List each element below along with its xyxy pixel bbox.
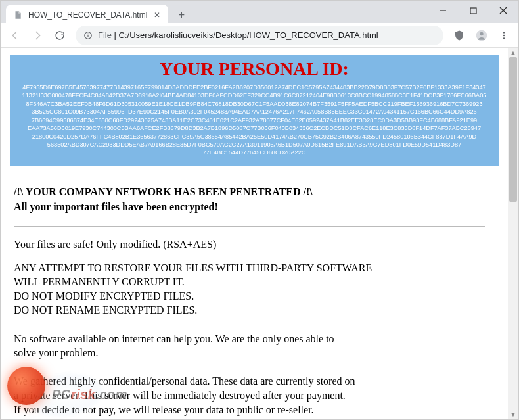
svg-point-8 — [480, 32, 483, 35]
svg-rect-1 — [470, 8, 476, 14]
id-line: 11321I33C080478FFCF4C84A842D37A7D8916A2I… — [22, 92, 487, 99]
warning-block: ANY ATTEMPT TO RESTORE YOUR FILES WITH T… — [14, 261, 485, 317]
close-tab-icon[interactable]: ✕ — [152, 11, 162, 20]
back-button[interactable] — [5, 25, 26, 46]
browser-window: HOW_TO_RECOVER_DATA.html ✕ + File | C:/U… — [0, 0, 519, 420]
gathered-block: We gathered highly confidential/personal… — [14, 374, 485, 419]
nosw-line: No software available on internet can he… — [14, 332, 485, 346]
headline: /!\ YOUR COMPANY NETWORK HAS BEEN PENETR… — [14, 185, 485, 199]
personal-id-value: 4F7955D6E697B5E45763977477B14397165F7990… — [16, 83, 492, 157]
id-line: 8F346A7C3BA52EEF0B48F6D61D305310059E1E18… — [26, 101, 482, 107]
subheadline: All your important files have been encry… — [14, 200, 485, 214]
vertical-scrollbar[interactable]: ▲ ▼ — [508, 48, 518, 419]
id-line: 77E4BC1544D77645CD68CD20A22C — [203, 149, 306, 156]
menu-icon[interactable] — [493, 25, 514, 46]
tab-title: HOW_TO_RECOVER_DATA.html — [28, 11, 147, 20]
warn-line: DO NOT MODIFY ENCRYPTED FILES. — [14, 289, 485, 304]
site-info-icon[interactable] — [83, 31, 93, 40]
close-window-button[interactable] — [488, 1, 518, 20]
svg-point-11 — [503, 37, 505, 39]
safe-line: Your files are safe! Only modified. (RSA… — [14, 237, 485, 252]
file-icon — [12, 10, 23, 20]
svg-point-9 — [503, 32, 505, 34]
scroll-down-arrow[interactable]: ▼ — [508, 410, 518, 419]
page-viewport: YOUR PERSONAL ID: 4F7955D6E697B5E4576397… — [1, 48, 508, 419]
address-bar[interactable]: File | C:/Users/karolisliucveikis/Deskto… — [76, 26, 443, 45]
forward-button[interactable] — [27, 25, 48, 46]
titlebar: HOW_TO_RECOVER_DATA.html ✕ + — [1, 1, 518, 23]
warn-line: ANY ATTEMPT TO RESTORE YOUR FILES WITH T… — [14, 261, 485, 275]
warn-line: DO NOT RENAME ENCRYPTED FILES. — [14, 303, 485, 317]
nosoftware-block: No software available on internet can he… — [14, 332, 485, 360]
id-line: 563502ABD307CAC2933DDD5EAB7A9166B28E35D7… — [47, 141, 461, 148]
nosw-line: solve your problem. — [14, 346, 485, 360]
url-text: File | C:/Users/karolisliucveikis/Deskto… — [98, 30, 436, 40]
scrollbar-thumb[interactable] — [509, 57, 517, 202]
id-line: 3B525CC801C09B73304AF55996FD37E90C2145F0… — [32, 108, 476, 115]
toolbar: File | C:/Users/karolisliucveikis/Deskto… — [1, 23, 518, 48]
reload-button[interactable] — [49, 25, 70, 46]
divider — [14, 226, 485, 227]
minimize-button[interactable] — [428, 1, 458, 20]
gath-line: a private server. This server will be im… — [14, 388, 485, 403]
id-line: 7B6694C99586874E34E658C60FD29243075A743B… — [32, 117, 477, 124]
ransom-body: /!\ YOUR COMPANY NETWORK HAS BEEN PENETR… — [10, 166, 499, 419]
personal-id-heading: YOUR PERSONAL ID: — [16, 58, 492, 80]
new-tab-button[interactable]: + — [172, 6, 191, 24]
maximize-button[interactable] — [458, 1, 488, 20]
warn-line: WILL PERMANENTLY CORRUPT IT. — [14, 275, 485, 289]
gath-line: If you decide to not pay, we will releas… — [14, 403, 485, 417]
svg-point-10 — [503, 34, 505, 36]
id-line: EAA73A56D3019E7930C744300C5BAA6AFCE2FB86… — [28, 125, 481, 131]
window-controls — [428, 1, 518, 20]
gath-line: We gathered highly confidential/personal… — [14, 374, 485, 388]
browser-tab[interactable]: HOW_TO_RECOVER_DATA.html ✕ — [6, 5, 168, 26]
extension-shield-icon[interactable] — [449, 25, 470, 46]
personal-id-panel: YOUR PERSONAL ID: 4F7955D6E697B5E4576397… — [10, 55, 499, 166]
id-line: 21800C0420D257DA76FFC4B802B1E36563772863… — [32, 133, 476, 140]
gath-line: So you can expect your data to be public… — [14, 417, 485, 419]
id-line: 4F7955D6E697B5E45763977477B14397165F7990… — [22, 84, 485, 91]
scroll-up-arrow[interactable]: ▲ — [508, 48, 518, 57]
profile-icon[interactable] — [471, 25, 492, 46]
content-area: YOUR PERSONAL ID: 4F7955D6E697B5E4576397… — [1, 48, 518, 419]
url-proto: File — [98, 30, 112, 40]
svg-point-6 — [87, 33, 88, 34]
url-path: C:/Users/karolisliucveikis/Desktop/HOW_T… — [119, 30, 378, 40]
